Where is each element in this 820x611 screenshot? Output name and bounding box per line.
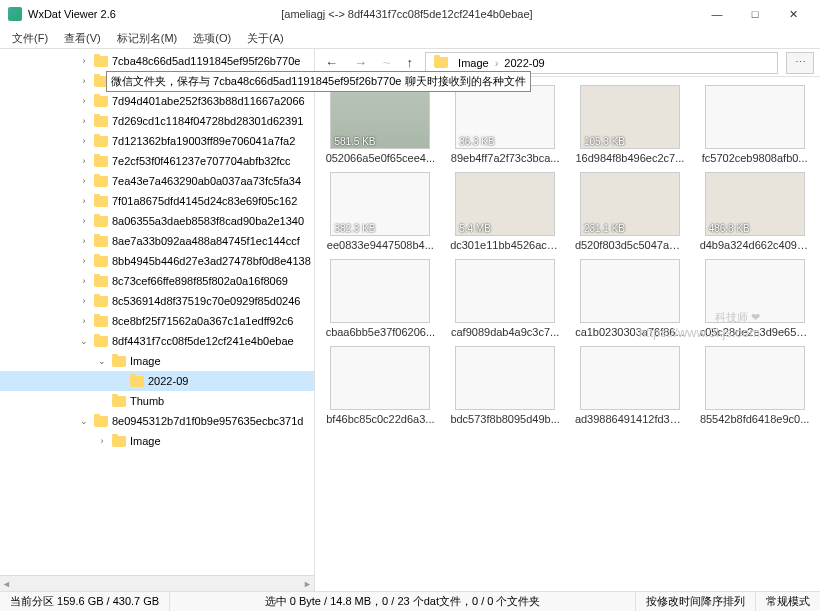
thumbnail-image: 36.3 KB bbox=[455, 85, 555, 149]
tree-item[interactable]: 2022-09 bbox=[0, 371, 314, 391]
thumbnail-item[interactable]: 5.4 MBdc301e11bb4526ac5... bbox=[448, 172, 563, 251]
folder-icon bbox=[94, 316, 108, 327]
thumbnail-name: d520f803d5c5047ada... bbox=[575, 239, 685, 251]
tree-item[interactable]: ›8bb4945b446d27e3ad27478bf0d8e4138 bbox=[0, 251, 314, 271]
chevron-icon[interactable]: › bbox=[78, 76, 90, 86]
thumbnail-grid[interactable]: 581.5 KB052066a5e0f65cee4...36.3 KB89eb4… bbox=[315, 77, 820, 591]
chevron-icon[interactable]: › bbox=[78, 156, 90, 166]
thumbnail-item[interactable]: 231.1 KBd520f803d5c5047ada... bbox=[573, 172, 688, 251]
maximize-button[interactable]: □ bbox=[736, 3, 774, 25]
status-sort[interactable]: 按修改时间降序排列 bbox=[636, 592, 756, 611]
chevron-icon[interactable]: ⌄ bbox=[78, 336, 90, 346]
close-button[interactable]: ✕ bbox=[774, 3, 812, 25]
scroll-right-icon[interactable]: ► bbox=[303, 579, 312, 589]
thumbnail-item[interactable]: ca1b0230303a76f86... bbox=[573, 259, 688, 338]
file-size-badge bbox=[706, 407, 712, 409]
tree-item[interactable]: ›8c73cef66ffe898f85f802a0a16f8069 bbox=[0, 271, 314, 291]
thumbnail-image bbox=[580, 259, 680, 323]
tree-item[interactable]: Thumb bbox=[0, 391, 314, 411]
tree-label: 8c73cef66ffe898f85f802a0a16f8069 bbox=[112, 275, 288, 287]
tree-item[interactable]: ›8ce8bf25f71562a0a367c1a1edff92c6 bbox=[0, 311, 314, 331]
scroll-left-icon[interactable]: ◄ bbox=[2, 579, 11, 589]
chevron-icon[interactable]: ⌄ bbox=[78, 416, 90, 426]
thumbnail-item[interactable]: bf46bc85c0c22d6a3... bbox=[323, 346, 438, 425]
thumbnail-image bbox=[455, 346, 555, 410]
thumbnail-item[interactable]: 85542b8fd6418e9c0... bbox=[697, 346, 812, 425]
status-selection: 选中 0 Byte / 14.8 MB，0 / 23 个dat文件，0 / 0 … bbox=[170, 592, 636, 611]
horizontal-scrollbar[interactable]: ◄ ► bbox=[0, 575, 314, 591]
thumbnail-item[interactable]: 105.3 KB16d984f8b496ec2c7... bbox=[573, 85, 688, 164]
tree-item[interactable]: ›8c536914d8f37519c70e0929f85d0246 bbox=[0, 291, 314, 311]
chevron-icon[interactable]: ⌄ bbox=[96, 356, 108, 366]
tree-item[interactable]: ⌄8df4431f7cc08f5de12cf241e4b0ebae bbox=[0, 331, 314, 351]
thumbnail-name: ee0833e9447508b4... bbox=[325, 239, 435, 251]
chevron-icon[interactable]: › bbox=[78, 136, 90, 146]
chevron-icon[interactable]: › bbox=[78, 116, 90, 126]
folder-icon bbox=[130, 376, 144, 387]
thumbnail-item[interactable]: 382.3 KBee0833e9447508b4... bbox=[323, 172, 438, 251]
chevron-icon[interactable]: › bbox=[78, 236, 90, 246]
tree-item[interactable]: ›7f01a8675dfd4145d24c83e69f05c162 bbox=[0, 191, 314, 211]
menu-view[interactable]: 查看(V) bbox=[56, 29, 109, 48]
tree-item[interactable]: ›7cba48c66d5ad1191845ef95f26b770e bbox=[0, 51, 314, 71]
tree-item[interactable]: ›7d121362bfa19003ff89e706041a7fa2 bbox=[0, 131, 314, 151]
tree-item[interactable]: ›7ea43e7a463290ab0a037aa73fc5fa34 bbox=[0, 171, 314, 191]
file-size-badge bbox=[706, 146, 712, 148]
chevron-icon[interactable]: › bbox=[78, 296, 90, 306]
chevron-icon[interactable]: › bbox=[78, 56, 90, 66]
thumbnail-item[interactable]: 36.3 KB89eb4ff7a2f73c3bca... bbox=[448, 85, 563, 164]
tree-item[interactable]: ›Image bbox=[0, 431, 314, 451]
folder-icon bbox=[94, 156, 108, 167]
menu-file[interactable]: 文件(F) bbox=[4, 29, 56, 48]
chevron-icon[interactable]: › bbox=[96, 436, 108, 446]
tree-item[interactable]: ›7e2cf53f0f461237e707704abfb32fcc bbox=[0, 151, 314, 171]
chevron-icon[interactable]: › bbox=[78, 196, 90, 206]
chevron-icon[interactable]: › bbox=[78, 316, 90, 326]
file-size-badge: 382.3 KB bbox=[331, 222, 378, 235]
chevron-icon[interactable]: › bbox=[78, 176, 90, 186]
file-size-badge bbox=[456, 407, 462, 409]
chevron-icon[interactable]: › bbox=[78, 216, 90, 226]
up-button[interactable]: ↑ bbox=[403, 55, 418, 70]
tree-item[interactable]: ⌄Image bbox=[0, 351, 314, 371]
menubar: 文件(F) 查看(V) 标记别名(M) 选项(O) 关于(A) bbox=[0, 28, 820, 48]
thumbnail-name: dc301e11bb4526ac5... bbox=[450, 239, 560, 251]
menu-tag[interactable]: 标记别名(M) bbox=[109, 29, 186, 48]
tree-label: 7cba48c66d5ad1191845ef95f26b770e bbox=[112, 55, 300, 67]
minimize-button[interactable]: — bbox=[698, 3, 736, 25]
thumbnail-name: bdc573f8b8095d49b... bbox=[450, 413, 560, 425]
tree-label: 7d269cd1c1184f04728bd28301d62391 bbox=[112, 115, 303, 127]
thumbnail-item[interactable]: bdc573f8b8095d49b... bbox=[448, 346, 563, 425]
thumbnail-item[interactable]: c05c28de2e3d9e65c... bbox=[697, 259, 812, 338]
chevron-icon[interactable]: › bbox=[78, 256, 90, 266]
tree-label: 8c536914d8f37519c70e0929f85d0246 bbox=[112, 295, 300, 307]
thumbnail-item[interactable]: 581.5 KB052066a5e0f65cee4... bbox=[323, 85, 438, 164]
forward-button[interactable]: → bbox=[350, 55, 371, 70]
tree-label: Image bbox=[130, 435, 161, 447]
status-mode[interactable]: 常规模式 bbox=[756, 592, 820, 611]
folder-icon bbox=[94, 296, 108, 307]
app-title: WxDat Viewer 2.6 bbox=[28, 8, 116, 20]
thumbnail-item[interactable]: cbaa6bb5e37f06206... bbox=[323, 259, 438, 338]
tree-item[interactable]: ›8a06355a3daeb8583f8cad90ba2e1340 bbox=[0, 211, 314, 231]
folder-tree[interactable]: ›7cba48c66d5ad1191845ef95f26b770e›7cba48… bbox=[0, 49, 314, 575]
tree-item[interactable]: ›8ae7a33b092aa488a84745f1ec144ccf bbox=[0, 231, 314, 251]
folder-icon bbox=[112, 396, 126, 407]
thumbnail-item[interactable]: ad39886491412fd39... bbox=[573, 346, 688, 425]
menu-about[interactable]: 关于(A) bbox=[239, 29, 292, 48]
thumbnail-item[interactable]: fc5702ceb9808afb0... bbox=[697, 85, 812, 164]
tree-item[interactable]: ›7d269cd1c1184f04728bd28301d62391 bbox=[0, 111, 314, 131]
breadcrumb-date[interactable]: 2022-09 bbox=[504, 57, 544, 69]
breadcrumb-image[interactable]: Image bbox=[458, 57, 489, 69]
chevron-icon[interactable]: › bbox=[78, 276, 90, 286]
thumbnail-item[interactable]: caf9089dab4a9c3c7... bbox=[448, 259, 563, 338]
more-button[interactable]: ⋯ bbox=[786, 52, 814, 74]
thumbnail-item[interactable]: 486.8 KBd4b9a324d662c4093... bbox=[697, 172, 812, 251]
back-button[interactable]: ← bbox=[321, 55, 342, 70]
folder-icon bbox=[94, 216, 108, 227]
menu-options[interactable]: 选项(O) bbox=[185, 29, 239, 48]
chevron-icon[interactable]: › bbox=[78, 96, 90, 106]
tree-item[interactable]: ⌄8e0945312b7d1f0b9e957635ecbc371d bbox=[0, 411, 314, 431]
file-size-badge: 5.4 MB bbox=[456, 222, 494, 235]
tree-item[interactable]: ›7d94d401abe252f363b88d11667a2066 bbox=[0, 91, 314, 111]
